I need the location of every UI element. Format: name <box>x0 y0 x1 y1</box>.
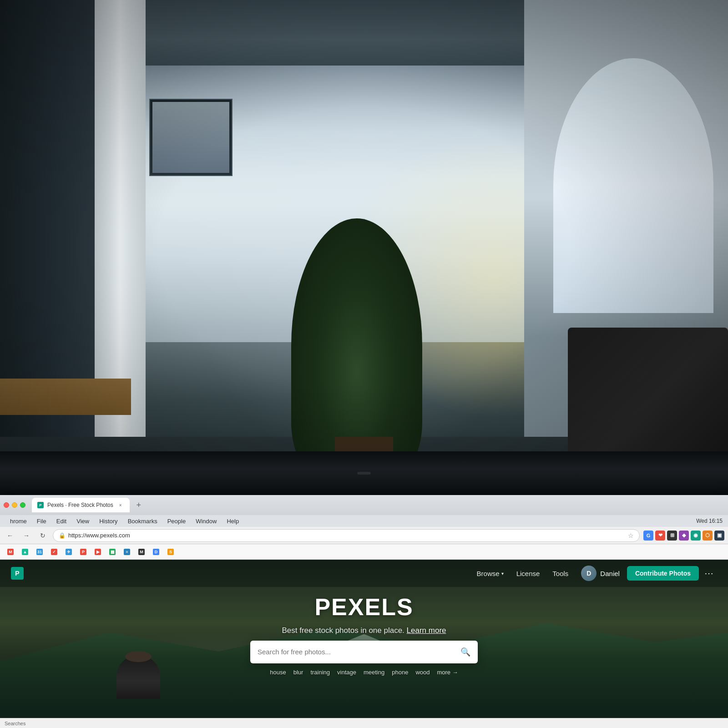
tag-blur[interactable]: blur <box>293 669 303 676</box>
tags-more-link[interactable]: more → <box>437 669 458 676</box>
tag-vintage[interactable]: vintage <box>337 669 356 676</box>
bookmark-slides-favicon: S <box>167 549 174 555</box>
office-left-wall <box>0 0 95 495</box>
bookmark-calendar-favicon: 31 <box>36 549 43 555</box>
ext-icon-3[interactable]: ◆ <box>679 531 689 541</box>
search-icon[interactable]: 🔍 <box>460 647 470 657</box>
ext-icon-6[interactable]: ▣ <box>714 531 724 541</box>
office-arch-window <box>553 58 713 313</box>
username-label: Daniel <box>600 570 620 577</box>
statusbar-text: Searches <box>5 721 25 726</box>
bookmark-medium[interactable]: M <box>135 547 148 557</box>
user-avatar: D <box>581 566 597 581</box>
bookmark-star-icon[interactable]: ☆ <box>628 532 634 539</box>
maximize-window-button[interactable] <box>20 502 25 508</box>
bookmark-trello-favicon: ≡ <box>124 549 130 555</box>
bookmark-sheets-favicon: ▦ <box>109 549 116 555</box>
secure-icon: 🔒 <box>59 532 66 539</box>
office-column <box>95 0 146 495</box>
search-container[interactable]: 🔍 <box>250 641 478 663</box>
hero-content: PEXELS Best free stock photos in one pla… <box>250 593 478 676</box>
window-glass <box>152 102 229 173</box>
bookmark-telegram[interactable]: ✈ <box>62 547 76 557</box>
user-profile-link[interactable]: D Daniel <box>576 563 625 584</box>
office-window-pane <box>149 99 233 176</box>
tag-wood[interactable]: wood <box>415 669 430 676</box>
bookmark-drive[interactable]: ▲ <box>18 547 32 557</box>
bookmark-sheets[interactable]: ▦ <box>106 547 119 557</box>
minimize-window-button[interactable] <box>12 502 17 508</box>
back-button[interactable]: ← <box>4 529 16 542</box>
menu-chrome[interactable]: hrome <box>5 517 31 526</box>
bookmark-slides[interactable]: S <box>164 547 177 557</box>
address-bar[interactable]: 🔒 https://www.pexels.com ☆ <box>53 529 640 542</box>
tools-nav-link[interactable]: Tools <box>547 567 574 580</box>
tab-title: Pexels · Free Stock Photos <box>47 502 113 508</box>
browse-nav-link[interactable]: Browse ▾ <box>471 567 509 580</box>
tag-meeting[interactable]: meeting <box>364 669 384 676</box>
bookmark-gmail[interactable]: M <box>4 547 17 557</box>
new-tab-button[interactable]: + <box>132 499 145 511</box>
refresh-button[interactable]: ↻ <box>36 529 49 542</box>
bookmark-telegram-favicon: ✈ <box>66 549 72 555</box>
bookmark-youtube[interactable]: ▶ <box>91 547 105 557</box>
pexels-navbar: P Browse ▾ License Tools <box>0 560 728 587</box>
nav-more-button[interactable]: ⋯ <box>701 566 717 581</box>
ext-icon-4[interactable]: ◉ <box>691 531 701 541</box>
chrome-statusbar: Searches <box>0 718 728 728</box>
bookmark-calendar[interactable]: 31 <box>33 547 46 557</box>
menu-history[interactable]: History <box>95 517 122 526</box>
pexels-hero: P Browse ▾ License Tools <box>0 560 728 718</box>
close-window-button[interactable] <box>4 502 9 508</box>
ext-icon-1[interactable]: ❤ <box>655 531 665 541</box>
menu-window[interactable]: Window <box>191 517 221 526</box>
nav-links: Browse ▾ License Tools D Daniel <box>471 563 717 584</box>
pexels-subtitle: Best free stock photos in one place. Lea… <box>282 626 446 635</box>
license-nav-link[interactable]: License <box>511 567 546 580</box>
monitor-brand-logo <box>357 472 371 475</box>
chrome-addressbar: ← → ↻ 🔒 https://www.pexels.com ☆ G ❤ ⊞ ◆… <box>0 527 728 544</box>
tag-house[interactable]: house <box>270 669 286 676</box>
system-tray: Wed 16:15 <box>696 518 723 524</box>
bookmark-pdf[interactable]: P <box>76 547 90 557</box>
chrome-menubar: hrome File Edit View History Bookmarks P… <box>0 515 728 527</box>
chrome-titlebar: P Pexels · Free Stock Photos × + <box>0 495 728 515</box>
tag-training[interactable]: training <box>310 669 330 676</box>
ext-google-icon[interactable]: G <box>643 531 653 541</box>
bookmark-todoist-favicon: ✓ <box>51 549 57 555</box>
bookmark-gmail-favicon: M <box>7 549 14 555</box>
office-plant <box>291 218 422 473</box>
menu-edit[interactable]: Edit <box>52 517 71 526</box>
bookmark-trello[interactable]: ≡ <box>120 547 134 557</box>
tab-close-button[interactable]: × <box>117 501 124 509</box>
menu-view[interactable]: View <box>72 517 94 526</box>
pexels-logo-icon: P <box>11 567 24 580</box>
bookmark-pdf-favicon: P <box>80 549 86 555</box>
monitor-bezel <box>0 451 728 495</box>
contribute-photos-button[interactable]: Contribute Photos <box>627 566 699 581</box>
hero-person <box>116 655 160 699</box>
bookmark-docs-favicon: D <box>153 549 159 555</box>
menu-file[interactable]: File <box>32 517 51 526</box>
menu-help[interactable]: Help <box>222 517 243 526</box>
ext-icon-2[interactable]: ⊞ <box>667 531 677 541</box>
browser-tab[interactable]: P Pexels · Free Stock Photos × <box>32 498 130 512</box>
tag-phone[interactable]: phone <box>392 669 408 676</box>
browser-window: P Pexels · Free Stock Photos × + hrome F… <box>0 495 728 728</box>
hero-tags: house blur training vintage meeting phon… <box>270 669 458 676</box>
bookmarks-bar: M ▲ 31 ✓ ✈ P ▶ ▦ ≡ M D S <box>0 544 728 560</box>
bookmark-todoist[interactable]: ✓ <box>47 547 61 557</box>
bookmark-drive-favicon: ▲ <box>22 549 28 555</box>
extension-icons: G ❤ ⊞ ◆ ◉ ⬡ ▣ <box>643 531 724 541</box>
menu-bookmarks[interactable]: Bookmarks <box>123 517 162 526</box>
forward-button[interactable]: → <box>20 529 33 542</box>
tab-favicon: P <box>37 502 44 508</box>
pexels-logo[interactable]: P <box>11 567 24 580</box>
bookmark-youtube-favicon: ▶ <box>95 549 101 555</box>
learn-more-link[interactable]: Learn more <box>407 626 446 635</box>
bookmark-docs[interactable]: D <box>149 547 163 557</box>
ext-icon-5[interactable]: ⬡ <box>703 531 713 541</box>
system-time: Wed 16:15 <box>696 518 723 524</box>
search-input[interactable] <box>258 648 460 656</box>
menu-people[interactable]: People <box>163 517 190 526</box>
